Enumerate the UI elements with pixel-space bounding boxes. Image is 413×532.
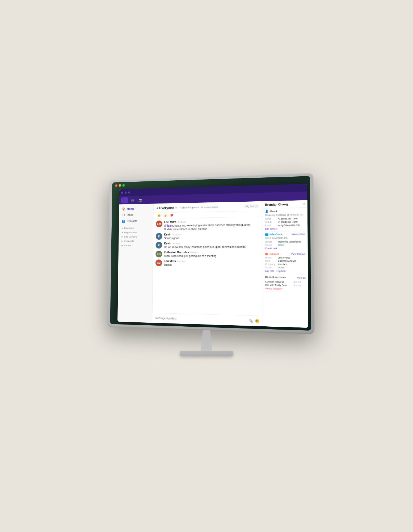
message-content: Lori Mitra 9:47 AM Thanks — [164, 260, 260, 268]
message-text: Yeah, I can send, just getting out of a … — [164, 254, 260, 258]
recent-activity-item: Contract follow up Jun 13 — [265, 280, 306, 284]
about-title: 👤 About — [265, 209, 305, 213]
message-content: Katherine Gonzales 9:46 AM Yeah, I can s… — [164, 251, 260, 258]
sidebar-section-call-centers-label: Call Centers — [124, 235, 137, 238]
favorites-arrow-icon: ▶ — [122, 227, 123, 229]
recent-arrow-icon: ▶ — [121, 244, 123, 247]
sidebar-section-favorites[interactable]: ▶ Favorites — [119, 225, 153, 230]
monitor-base — [180, 351, 233, 356]
video-icon: 📹 — [131, 198, 134, 202]
recent-activities-header: Recent activities View all — [265, 275, 306, 280]
email-value: emily@aerolabs.com — [278, 224, 300, 227]
message-text: Thanks — [164, 263, 260, 267]
sidebar-section-departments[interactable]: ▶ Departments — [119, 230, 153, 234]
reaction-2[interactable]: 👍 — [163, 214, 168, 217]
panel-row-home: Home +1 (604) 359-7840 — [265, 217, 305, 220]
search-bar[interactable]: 🔍 Search — [244, 204, 259, 208]
log-task-link[interactable]: Log task — [277, 270, 286, 273]
sidebar-section-call-centers[interactable]: ▶ Call Centers — [119, 234, 153, 239]
message-header: Katherine Gonzales 9:46 AM — [164, 251, 260, 254]
salesforce-header: Salesforce View contact — [265, 233, 305, 236]
person-icon: 👤 — [265, 210, 268, 213]
window-btn-2[interactable] — [125, 192, 127, 194]
departments-arrow-icon: ▶ — [122, 231, 123, 234]
message-header: Lori Mitra 9:47 AM — [164, 260, 260, 263]
salesforce-subtitle: Sales at Aerolabs Inc. — [265, 236, 305, 239]
sidebar-section-channels-label: Channels — [124, 240, 134, 243]
sidebar-item-contacts[interactable]: 👥 Contacts — [119, 218, 153, 224]
hubspot-section: Hubspot View Contact Name Jen Alvarez Ro… — [263, 251, 308, 275]
create-task-link[interactable]: Create task — [265, 247, 277, 250]
wrong-contact-link[interactable]: Wrong contact? — [265, 287, 306, 291]
hubspot-title: Hubspot — [265, 253, 279, 255]
reaction-3[interactable]: ❤️ — [169, 214, 174, 217]
traffic-light-green[interactable] — [122, 184, 125, 187]
hubspot-view-contact[interactable]: View Contact — [291, 253, 305, 255]
panel-row-email: Email emily@aerolabs.com — [265, 224, 305, 227]
sidebar-section-favorites-label: Favorites — [124, 227, 134, 230]
hs-status-value: Open — [278, 266, 284, 269]
message-text: Do we know how many insurance plans are … — [164, 245, 260, 249]
phone-icon: 📞 — [123, 198, 126, 202]
hubspot-icon — [265, 253, 268, 255]
recent-activity-item: Call with Teddy Bear Jun 16 — [265, 284, 306, 287]
messages-list: LM Lori Mitra 9:29 AM @Team, heads up, w… — [152, 217, 263, 316]
reaction-1[interactable]: 😊 — [157, 214, 162, 217]
mobile-value: +1 (604) 359-7840 — [278, 221, 297, 223]
monitor: 📞 📹 📷 🏠 — [107, 173, 314, 334]
message-input[interactable] — [155, 317, 247, 322]
inbox-icon: ☐ — [122, 213, 125, 217]
salesforce-view-contact[interactable]: View contact — [292, 233, 305, 236]
chat-title: # Everyone ★ — [157, 206, 177, 210]
salesforce-status-row: Status Open — [265, 244, 305, 247]
hubspot-name-row: Name Jen Alvarez — [265, 256, 305, 259]
call-centers-arrow-icon: ▶ — [122, 236, 123, 238]
log-note-link[interactable]: Log note — [265, 270, 275, 273]
sidebar-section-recent[interactable]: ▶ Recent — [119, 243, 153, 247]
hs-status-label: Status — [265, 266, 277, 269]
edit-contact-link[interactable]: Edit contact — [265, 227, 277, 230]
view-all-link[interactable]: View all — [297, 276, 305, 279]
traffic-light-yellow[interactable] — [119, 184, 121, 187]
hs-company-value: Aerolabs — [278, 263, 288, 266]
screen: 📞 📹 📷 🏠 — [110, 176, 311, 331]
app-window: 📞 📹 📷 🏠 — [117, 184, 308, 328]
contact-name: Brendan Chang — [265, 203, 288, 206]
emoji-icon[interactable]: 😊 — [255, 319, 259, 323]
message-text: Sounds good. — [164, 236, 260, 240]
window-btn-1[interactable] — [121, 192, 123, 194]
salesforce-owner-row: Owner Marketing unassigned — [265, 240, 305, 243]
message-content: Kevin 9:45 AM Sounds good. — [164, 232, 260, 240]
channel-description: A place for general discussion topics — [180, 206, 218, 209]
hubspot-header: Hubspot View Contact — [265, 253, 305, 255]
hs-role-value: Business Analyst — [278, 260, 296, 263]
channels-arrow-icon: ▶ — [121, 240, 123, 242]
sidebar-item-home-label: Home — [127, 207, 134, 210]
traffic-lights — [115, 184, 125, 187]
traffic-light-red[interactable] — [115, 184, 117, 187]
activity-date-2: Jun 16 — [294, 284, 306, 287]
sidebar-item-home[interactable]: 🏠 Home — [119, 205, 153, 212]
hubspot-status-row: Status Open — [265, 266, 306, 269]
recent-activities-title: Recent activities — [265, 275, 286, 279]
window-btn-3[interactable] — [128, 192, 130, 194]
avatar: K — [156, 233, 162, 240]
message-header: Kevin 9:45 AM — [164, 232, 260, 236]
message-sender: Kevin — [164, 242, 171, 245]
attachment-icon[interactable]: 📎 — [249, 319, 253, 323]
sidebar-item-inbox[interactable]: ☐ Inbox — [119, 211, 153, 218]
contact-panel: Brendan Chang × 👤 About Marketing Execut… — [263, 200, 308, 328]
activity-label-1: Contract follow up — [265, 280, 284, 283]
home-icon: 🏠 — [122, 207, 125, 211]
salesforce-section: Salesforce View contact Sales at Aerolab… — [263, 231, 308, 251]
sidebar-section-channels[interactable]: ▶ Channels — [119, 238, 153, 243]
home-label: Home — [265, 218, 277, 221]
hs-name-label: Name — [265, 256, 277, 259]
job-title: Marketing Executive at Aerolabs Inc. — [265, 213, 305, 217]
video-button[interactable]: 📹 — [129, 197, 136, 203]
close-button[interactable]: × — [303, 202, 305, 206]
sidebar-section-departments-label: Departments — [124, 231, 137, 234]
phone-button[interactable]: 📞 — [121, 197, 128, 203]
camera-button[interactable]: 📷 — [137, 197, 144, 203]
reaction-emoji-2: 👍 — [164, 214, 167, 217]
